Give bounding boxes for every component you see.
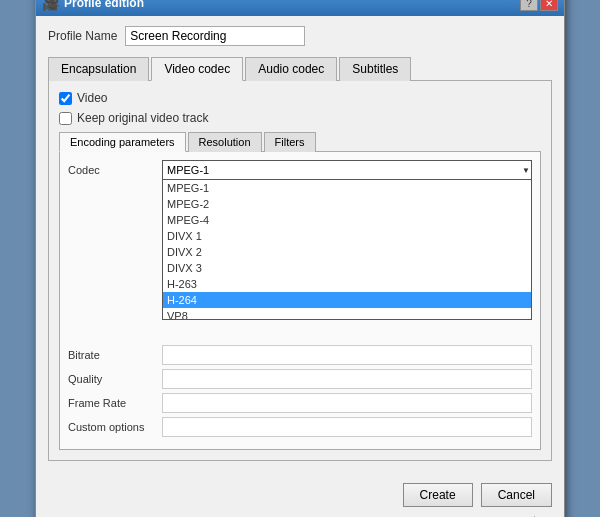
bitrate-row: Bitrate bbox=[68, 345, 532, 365]
cancel-button[interactable]: Cancel bbox=[481, 483, 552, 507]
frame-rate-control bbox=[162, 393, 532, 413]
codec-control: MPEG-1 ▼ MPEG-1 MPEG-2 MPEG-4 DIVX 1 DIV… bbox=[162, 160, 532, 180]
quality-label: Quality bbox=[68, 373, 158, 385]
codec-option-divx1[interactable]: DIVX 1 bbox=[163, 228, 531, 244]
codec-option-divx3[interactable]: DIVX 3 bbox=[163, 260, 531, 276]
help-button[interactable]: ? bbox=[520, 0, 538, 11]
quality-input[interactable] bbox=[162, 369, 532, 389]
profile-name-row: Profile Name bbox=[48, 26, 552, 46]
profile-edition-dialog: 🎥 Profile edition ? ✕ Profile Name Encap… bbox=[35, 0, 565, 517]
custom-options-label: Custom options bbox=[68, 421, 158, 433]
video-checkbox[interactable] bbox=[59, 92, 72, 105]
codec-option-vp8[interactable]: VP8 bbox=[163, 308, 531, 320]
bitrate-input[interactable] bbox=[162, 345, 532, 365]
codec-dropdown-arrow: ▼ bbox=[522, 166, 530, 175]
window-content: Profile Name Encapsulation Video codec A… bbox=[36, 16, 564, 471]
custom-options-control bbox=[162, 417, 532, 437]
bitrate-control bbox=[162, 345, 532, 365]
tab-resolution[interactable]: Resolution bbox=[188, 132, 262, 152]
codec-select-wrapper: MPEG-1 ▼ MPEG-1 MPEG-2 MPEG-4 DIVX 1 DIV… bbox=[162, 160, 532, 180]
title-buttons: ? ✕ bbox=[520, 0, 558, 11]
create-button[interactable]: Create bbox=[403, 483, 473, 507]
codec-option-mpeg2[interactable]: MPEG-2 bbox=[163, 196, 531, 212]
profile-name-label: Profile Name bbox=[48, 29, 117, 43]
bitrate-label: Bitrate bbox=[68, 349, 158, 361]
encoding-panel: Codec MPEG-1 ▼ MPEG-1 MPEG-2 MPEG-4 bbox=[59, 152, 541, 450]
codec-row: Codec MPEG-1 ▼ MPEG-1 MPEG-2 MPEG-4 bbox=[68, 160, 532, 180]
codec-label: Codec bbox=[68, 164, 158, 176]
codec-dropdown-list: MPEG-1 MPEG-2 MPEG-4 DIVX 1 DIVX 2 DIVX … bbox=[162, 180, 532, 320]
window-title: Profile edition bbox=[64, 0, 144, 10]
codec-option-divx2[interactable]: DIVX 2 bbox=[163, 244, 531, 260]
tab-subtitles[interactable]: Subtitles bbox=[339, 57, 411, 81]
title-bar: 🎥 Profile edition ? ✕ bbox=[36, 0, 564, 16]
frame-rate-row: Frame Rate bbox=[68, 393, 532, 413]
keep-original-row: Keep original video track bbox=[59, 111, 541, 125]
bottom-buttons: Create Cancel bbox=[36, 475, 564, 515]
keep-original-label: Keep original video track bbox=[77, 111, 208, 125]
codec-option-mpeg1[interactable]: MPEG-1 bbox=[163, 180, 531, 196]
tab-audio-codec[interactable]: Audio codec bbox=[245, 57, 337, 81]
quality-row: Quality bbox=[68, 369, 532, 389]
profile-name-input[interactable] bbox=[125, 26, 305, 46]
tab-video-codec[interactable]: Video codec bbox=[151, 57, 243, 81]
video-checkbox-row: Video bbox=[59, 91, 541, 105]
codec-option-mpeg4[interactable]: MPEG-4 bbox=[163, 212, 531, 228]
video-codec-panel: Video Keep original video track Encoding… bbox=[48, 81, 552, 461]
tab-encoding-parameters[interactable]: Encoding parameters bbox=[59, 132, 186, 152]
frame-rate-input[interactable] bbox=[162, 393, 532, 413]
video-checkbox-label: Video bbox=[77, 91, 107, 105]
main-tabs: Encapsulation Video codec Audio codec Su… bbox=[48, 56, 552, 81]
custom-options-input[interactable] bbox=[162, 417, 532, 437]
tab-filters[interactable]: Filters bbox=[264, 132, 316, 152]
codec-option-h263[interactable]: H-263 bbox=[163, 276, 531, 292]
app-icon: 🎥 bbox=[42, 0, 58, 11]
custom-options-row: Custom options bbox=[68, 417, 532, 437]
keep-original-checkbox[interactable] bbox=[59, 112, 72, 125]
title-bar-left: 🎥 Profile edition bbox=[42, 0, 144, 11]
close-button[interactable]: ✕ bbox=[540, 0, 558, 11]
tab-encapsulation[interactable]: Encapsulation bbox=[48, 57, 149, 81]
codec-display[interactable]: MPEG-1 ▼ bbox=[162, 160, 532, 180]
encoding-tabs: Encoding parameters Resolution Filters bbox=[59, 131, 541, 152]
quality-control bbox=[162, 369, 532, 389]
codec-selected-value: MPEG-1 bbox=[167, 164, 209, 176]
frame-rate-label: Frame Rate bbox=[68, 397, 158, 409]
codec-option-h264[interactable]: H-264 bbox=[163, 292, 531, 308]
